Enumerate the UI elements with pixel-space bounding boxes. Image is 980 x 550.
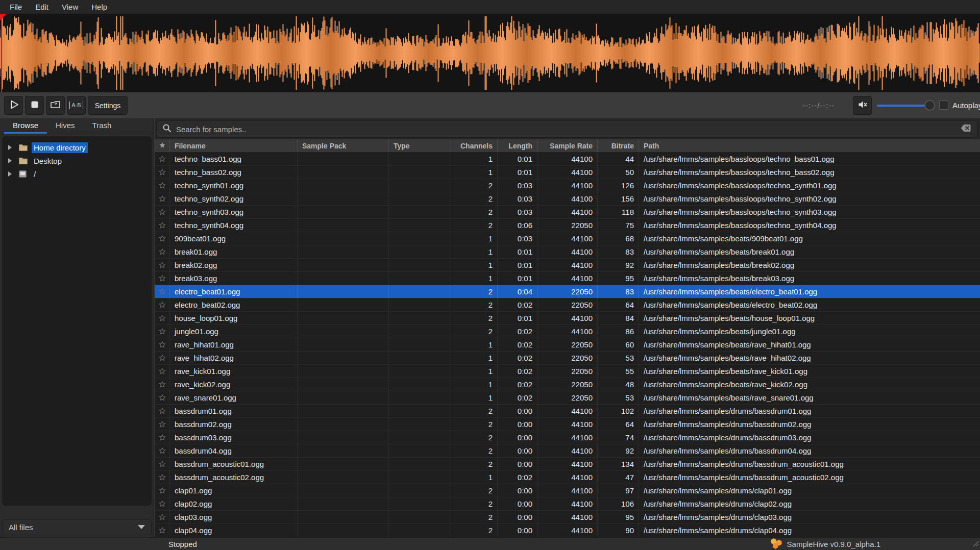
tree-item[interactable]: /	[2, 167, 152, 181]
play-button[interactable]	[4, 96, 23, 115]
volume-handle[interactable]	[924, 100, 935, 111]
favorite-star-icon[interactable]	[155, 192, 170, 205]
favorite-star-icon[interactable]	[155, 232, 170, 245]
table-row[interactable]: break02.ogg10:014410092/usr/share/lmms/s…	[155, 259, 980, 272]
favorite-star-icon[interactable]	[155, 259, 170, 271]
table-row[interactable]: techno_synth04.ogg20:062205075/usr/share…	[155, 219, 980, 232]
clear-search-icon[interactable]	[960, 123, 971, 135]
favorite-star-icon[interactable]	[155, 179, 170, 192]
tree-item[interactable]: Desktop	[2, 154, 152, 167]
favorite-star-icon[interactable]	[155, 524, 170, 537]
expand-chevron-icon[interactable]	[8, 158, 12, 163]
playhead-marker-icon[interactable]	[0, 14, 7, 20]
resize-grip[interactable]	[971, 539, 979, 549]
table-row[interactable]: break03.ogg10:014410095/usr/share/lmms/s…	[155, 272, 980, 285]
menu-item-help[interactable]: Help	[85, 1, 114, 13]
table-row[interactable]: rave_kick02.ogg10:022205048/usr/share/lm…	[155, 378, 980, 391]
table-row[interactable]: rave_snare01.ogg10:022205053/usr/share/l…	[155, 391, 980, 405]
loop-sample-button[interactable]	[46, 96, 65, 115]
menu-item-file[interactable]: File	[3, 1, 29, 13]
table-row[interactable]: clap02.ogg20:0044100106/usr/share/lmms/s…	[155, 497, 980, 511]
table-row[interactable]: 909beat01.ogg10:034410068/usr/share/lmms…	[155, 232, 980, 245]
file-filter-dropdown[interactable]: All files	[2, 519, 152, 535]
favorite-star-icon[interactable]	[155, 405, 170, 417]
table-row[interactable]: bassdrum_acoustic02.ogg10:024410047/usr/…	[155, 471, 980, 484]
favorite-star-icon[interactable]	[155, 285, 170, 298]
expand-chevron-icon[interactable]	[8, 145, 12, 150]
table-row[interactable]: techno_synth03.ogg20:0344100118/usr/shar…	[155, 206, 980, 219]
tab-browse[interactable]: Browse	[4, 118, 47, 134]
settings-button[interactable]: Settings	[88, 96, 128, 115]
tab-trash[interactable]: Trash	[84, 118, 120, 134]
table-row[interactable]: electro_beat01.ogg20:042205083/usr/share…	[155, 285, 980, 298]
column-header-bitrate[interactable]: Bitrate	[598, 139, 639, 152]
favorite-star-icon[interactable]	[155, 272, 170, 285]
search-field[interactable]	[156, 120, 977, 138]
column-header-sample-pack[interactable]: Sample Pack	[298, 139, 389, 152]
cell-filename: bassdrum02.ogg	[170, 418, 298, 431]
favorite-star-icon[interactable]	[155, 298, 170, 311]
cell-channels: 1	[451, 338, 498, 351]
favorite-star-icon[interactable]	[155, 497, 170, 510]
cell-channels: 1	[451, 166, 498, 179]
volume-slider[interactable]	[877, 99, 934, 111]
favorite-star-icon[interactable]	[155, 484, 170, 497]
favorite-star-icon[interactable]	[155, 378, 170, 391]
table-row[interactable]: bassdrum02.ogg20:004410064/usr/share/lmm…	[155, 418, 980, 431]
favorite-star-icon[interactable]	[155, 338, 170, 351]
favorite-star-icon[interactable]	[155, 153, 170, 165]
search-input[interactable]	[176, 125, 960, 134]
ab-loop-button[interactable]: A-B	[67, 96, 86, 115]
table-row[interactable]: techno_bass01.ogg10:014410044/usr/share/…	[155, 153, 980, 166]
table-row[interactable]: clap01.ogg20:004410097/usr/share/lmms/sa…	[155, 484, 980, 497]
waveform-canvas[interactable]	[0, 14, 980, 92]
column-header-type[interactable]: Type	[389, 139, 451, 152]
table-row[interactable]: jungle01.ogg20:024410086/usr/share/lmms/…	[155, 325, 980, 338]
favorite-star-icon[interactable]	[155, 511, 170, 523]
favorite-star-icon[interactable]	[155, 365, 170, 378]
favorite-star-icon[interactable]	[155, 444, 170, 457]
favorite-star-icon[interactable]	[155, 219, 170, 232]
autoplay-checkbox[interactable]	[939, 101, 948, 110]
table-row[interactable]: bassdrum04.ogg20:004410092/usr/share/lmm…	[155, 444, 980, 458]
favorite-star-icon[interactable]	[155, 206, 170, 218]
table-row[interactable]: electro_beat02.ogg20:022205064/usr/share…	[155, 298, 980, 312]
column-header-length[interactable]: Length	[498, 139, 537, 152]
favorite-star-icon[interactable]	[155, 431, 170, 444]
mute-button[interactable]	[853, 96, 872, 115]
table-row[interactable]: clap04.ogg20:004410090/usr/share/lmms/sa…	[155, 524, 980, 537]
expand-chevron-icon[interactable]	[8, 171, 12, 177]
table-row[interactable]: techno_synth01.ogg20:0344100126/usr/shar…	[155, 179, 980, 192]
favorite-star-icon[interactable]	[155, 458, 170, 470]
favorite-star-icon[interactable]	[155, 418, 170, 431]
table-row[interactable]: bassdrum_acoustic01.ogg20:0044100134/usr…	[155, 458, 980, 471]
table-row[interactable]: house_loop01.ogg20:014410084/usr/share/l…	[155, 312, 980, 325]
menu-item-edit[interactable]: Edit	[29, 1, 55, 13]
column-header-sample-rate[interactable]: Sample Rate	[537, 139, 598, 152]
menu-item-view[interactable]: View	[55, 1, 85, 13]
table-row[interactable]: bassdrum01.ogg20:0044100102/usr/share/lm…	[155, 405, 980, 418]
column-header-path[interactable]: Path	[639, 139, 980, 152]
column-header-filename[interactable]: Filename	[170, 139, 298, 152]
stop-button[interactable]	[25, 96, 44, 115]
table-row[interactable]: break01.ogg10:014410083/usr/share/lmms/s…	[155, 245, 980, 259]
table-row[interactable]: techno_bass02.ogg10:014410050/usr/share/…	[155, 166, 980, 179]
favorite-star-icon[interactable]	[155, 166, 170, 179]
favorite-star-icon[interactable]	[155, 471, 170, 484]
tab-hives[interactable]: Hives	[47, 118, 84, 134]
table-row[interactable]: rave_hihat01.ogg10:022205060/usr/share/l…	[155, 338, 980, 352]
table-row[interactable]: clap03.ogg20:004410095/usr/share/lmms/sa…	[155, 511, 980, 524]
tree-item[interactable]: Home directory	[2, 141, 152, 154]
favorites-column-header[interactable]	[155, 139, 170, 152]
column-header-channels[interactable]: Channels	[451, 139, 498, 152]
table-row[interactable]: techno_synth02.ogg20:0344100156/usr/shar…	[155, 192, 980, 206]
waveform-panel[interactable]	[0, 14, 980, 92]
favorite-star-icon[interactable]	[155, 325, 170, 338]
table-row[interactable]: rave_hihat02.ogg10:022205053/usr/share/l…	[155, 352, 980, 365]
favorite-star-icon[interactable]	[155, 352, 170, 364]
table-row[interactable]: bassdrum03.ogg20:004410074/usr/share/lmm…	[155, 431, 980, 444]
favorite-star-icon[interactable]	[155, 312, 170, 324]
favorite-star-icon[interactable]	[155, 245, 170, 258]
favorite-star-icon[interactable]	[155, 391, 170, 404]
table-row[interactable]: rave_kick01.ogg10:022205055/usr/share/lm…	[155, 365, 980, 378]
